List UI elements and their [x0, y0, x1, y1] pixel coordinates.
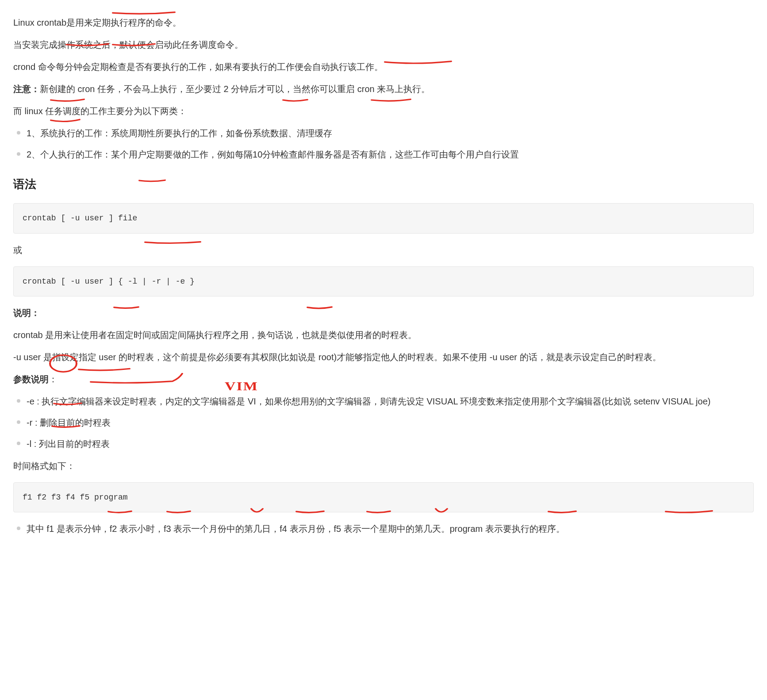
list-item-param-r: -r : 删除目前的时程表 [27, 414, 754, 431]
document-body: Linux crontab是用来定期执行程序的命令。 当安装完成操作系统之后，默… [13, 14, 754, 537]
label-params: 参数说明 [13, 374, 49, 384]
paragraph-time-format-label: 时间格式如下： [13, 458, 754, 474]
list-params: -e : 执行文字编辑器来设定时程表，内定的文字编辑器是 VI，如果你想用别的文… [13, 393, 754, 452]
label-notice: 注意： [13, 84, 40, 94]
paragraph-or: 或 [13, 242, 754, 258]
paragraph-install: 当安装完成操作系统之后，默认便会启动此任务调度命令。 [13, 36, 754, 53]
list-item-format-fields: 其中 f1 是表示分钟，f2 表示小时，f3 表示一个月份中的第几日，f4 表示… [27, 520, 754, 537]
text-colon: ： [49, 374, 58, 384]
paragraph-param-label: 参数说明： [13, 371, 754, 388]
paragraph-crond-check: crond 命令每分钟会定期检查是否有要执行的工作，如果有要执行的工作便会自动执… [13, 58, 754, 75]
list-item-system-task: 1、系统执行的工作：系统周期性所要执行的工作，如备份系统数据、清理缓存 [27, 125, 754, 142]
underline-periodic-exec [113, 12, 175, 14]
paragraph-explain-u-user: -u user 是指设定指定 user 的时程表，这个前提是你必须要有其权限(比… [13, 349, 754, 365]
list-item-param-l: -l : 列出目前的时程表 [27, 435, 754, 452]
list-task-types: 1、系统执行的工作：系统周期性所要执行的工作，如备份系统数据、清理缓存 2、个人… [13, 125, 754, 163]
list-format-explain: 其中 f1 是表示分钟，f2 表示小时，f3 表示一个月份中的第几日，f4 表示… [13, 520, 754, 537]
code-block-time-format: f1 f2 f3 f4 f5 program [13, 482, 754, 512]
label-explain: 说明： [13, 308, 40, 318]
code-block-syntax-flags: crontab [ -u user ] { -l | -r | -e } [13, 266, 754, 296]
paragraph-intro: Linux crontab是用来定期执行程序的命令。 [13, 14, 754, 31]
code-block-syntax-file: crontab [ -u user ] file [13, 203, 754, 233]
list-item-user-task: 2、个人执行的工作：某个用户定期要做的工作，例如每隔10分钟检查邮件服务器是否有… [27, 146, 754, 163]
paragraph-explain-label: 说明： [13, 304, 754, 321]
text-notice-rest: 新创建的 cron 任务，不会马上执行，至少要过 2 分钟后才可以，当然你可以重… [40, 84, 430, 94]
list-item-param-e: -e : 执行文字编辑器来设定时程表，内定的文字编辑器是 VI，如果你想用别的文… [27, 393, 754, 410]
heading-syntax: 语法 [13, 173, 754, 195]
paragraph-explain-crontab: crontab 是用来让使用者在固定时间或固定间隔执行程序之用，换句话说，也就是… [13, 327, 754, 343]
paragraph-two-types: 而 linux 任务调度的工作主要分为以下两类： [13, 103, 754, 119]
paragraph-notice: 注意：新创建的 cron 任务，不会马上执行，至少要过 2 分钟后才可以，当然你… [13, 81, 754, 97]
